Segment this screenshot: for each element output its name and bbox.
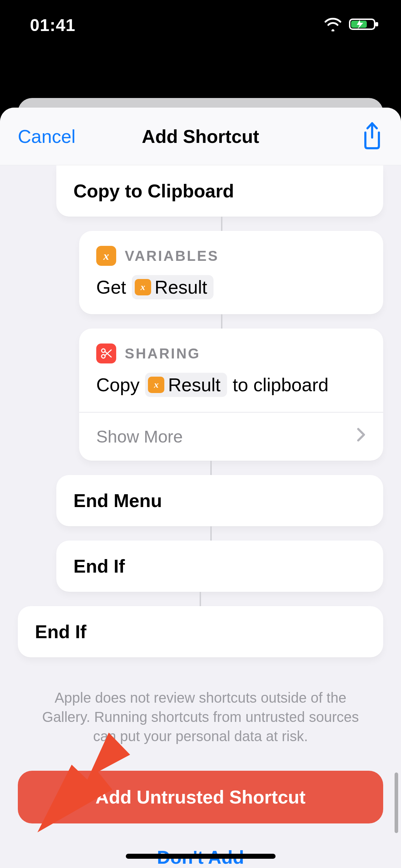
action-title: Copy to Clipboard: [73, 180, 366, 202]
show-more-label: Show More: [96, 427, 183, 446]
variable-icon: x: [135, 279, 151, 295]
svg-rect-1: [375, 22, 378, 26]
action-title: End If: [35, 621, 366, 642]
add-untrusted-shortcut-button[interactable]: Add Untrusted Shortcut: [18, 771, 383, 823]
show-more-button[interactable]: Show More: [79, 413, 383, 461]
action-prefix: Copy: [96, 374, 139, 396]
action-copy-result[interactable]: SHARING Copy x Result to clipboard Show …: [79, 329, 383, 461]
share-button[interactable]: [361, 122, 383, 151]
variable-icon: x: [148, 377, 164, 393]
wifi-icon: [323, 17, 343, 33]
status-time: 01:41: [30, 15, 76, 35]
cancel-button[interactable]: Cancel: [18, 126, 76, 147]
action-title: End If: [73, 556, 366, 577]
status-bar: 01:41: [0, 0, 401, 50]
untrusted-disclaimer: Apple does not review shortcuts outside …: [18, 688, 383, 746]
chevron-right-icon: [356, 427, 366, 446]
connector: [221, 217, 222, 231]
connector: [210, 461, 212, 475]
home-indicator[interactable]: [126, 854, 276, 859]
action-copy-to-clipboard[interactable]: Copy to Clipboard: [56, 165, 383, 217]
scroll-indicator[interactable]: [395, 773, 398, 833]
status-right: [323, 17, 380, 33]
sheet-body: Copy to Clipboard x VARIABLES Get x Resu…: [0, 165, 401, 868]
variables-icon: x: [96, 246, 116, 266]
category-label: VARIABLES: [125, 248, 219, 264]
add-shortcut-sheet: Cancel Add Shortcut Copy to Clipboard x …: [0, 108, 401, 868]
variable-pill[interactable]: x Result: [145, 373, 227, 397]
primary-button-label: Add Untrusted Shortcut: [96, 786, 305, 808]
share-icon: [361, 122, 383, 150]
connector: [210, 526, 212, 541]
sheet-title: Add Shortcut: [142, 126, 259, 147]
variable-pill[interactable]: x Result: [132, 275, 214, 299]
variable-name: Result: [155, 277, 207, 298]
connector: [200, 592, 201, 606]
action-end-menu[interactable]: End Menu: [56, 475, 383, 526]
battery-icon: [349, 17, 380, 33]
action-end-if[interactable]: End If: [56, 541, 383, 592]
dont-add-button[interactable]: Don't Add: [18, 838, 383, 868]
action-get-variable[interactable]: x VARIABLES Get x Result: [79, 231, 383, 314]
connector: [221, 314, 222, 329]
action-end-if[interactable]: End If: [18, 606, 383, 657]
variable-name: Result: [168, 374, 220, 396]
sharing-icon: [96, 343, 116, 363]
category-label: SHARING: [125, 346, 200, 362]
action-suffix: to clipboard: [233, 374, 329, 396]
sheet-header: Cancel Add Shortcut: [0, 108, 401, 165]
action-prefix: Get: [96, 277, 126, 298]
action-title: End Menu: [73, 490, 366, 511]
scissors-icon: [101, 348, 112, 359]
